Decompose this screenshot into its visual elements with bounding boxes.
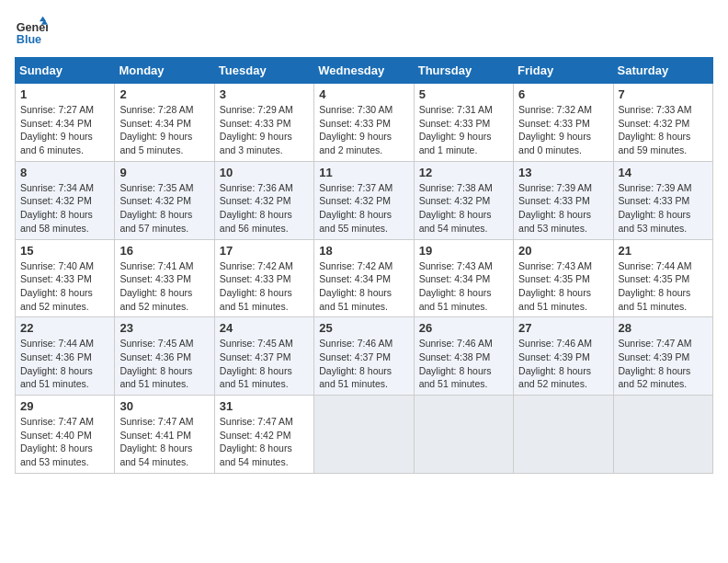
calendar-day-cell: 9Sunrise: 7:35 AMSunset: 4:32 PMDaylight… — [115, 161, 214, 239]
calendar-table: SundayMondayTuesdayWednesdayThursdayFrid… — [15, 57, 713, 474]
day-number: 19 — [419, 244, 508, 258]
calendar-week-row: 15Sunrise: 7:40 AMSunset: 4:33 PMDayligh… — [16, 239, 713, 317]
day-info: Sunrise: 7:40 AMSunset: 4:33 PMDaylight:… — [20, 259, 109, 314]
day-info: Sunrise: 7:31 AMSunset: 4:33 PMDaylight:… — [419, 103, 508, 157]
calendar-day-cell: 8Sunrise: 7:34 AMSunset: 4:32 PMDaylight… — [16, 161, 115, 239]
day-info: Sunrise: 7:41 AMSunset: 4:33 PMDaylight:… — [119, 259, 209, 314]
calendar-day-cell: 11Sunrise: 7:37 AMSunset: 4:32 PMDayligh… — [314, 161, 414, 239]
day-number: 31 — [220, 399, 309, 413]
day-info: Sunrise: 7:43 AMSunset: 4:35 PMDaylight:… — [518, 259, 608, 314]
calendar-day-cell: 31Sunrise: 7:47 AMSunset: 4:42 PMDayligh… — [214, 396, 313, 474]
day-info: Sunrise: 7:35 AMSunset: 4:32 PMDaylight:… — [119, 181, 209, 236]
day-number: 16 — [119, 244, 209, 258]
day-number: 10 — [220, 166, 309, 179]
day-number: 29 — [20, 399, 109, 413]
calendar-day-cell: 15Sunrise: 7:40 AMSunset: 4:33 PMDayligh… — [16, 239, 115, 317]
day-number: 28 — [619, 321, 708, 335]
calendar-header-cell: Monday — [115, 58, 214, 84]
day-info: Sunrise: 7:47 AMSunset: 4:40 PMDaylight:… — [20, 415, 109, 469]
calendar-week-row: 22Sunrise: 7:44 AMSunset: 4:36 PMDayligh… — [16, 317, 713, 396]
day-info: Sunrise: 7:42 AMSunset: 4:34 PMDaylight:… — [319, 259, 408, 314]
logo: General Blue — [15, 15, 48, 48]
day-info: Sunrise: 7:46 AMSunset: 4:39 PMDaylight:… — [518, 337, 608, 391]
day-number: 15 — [20, 244, 109, 258]
calendar-day-cell: 17Sunrise: 7:42 AMSunset: 4:33 PMDayligh… — [214, 239, 313, 317]
day-number: 7 — [619, 87, 708, 101]
day-info: Sunrise: 7:46 AMSunset: 4:38 PMDaylight:… — [419, 337, 508, 391]
day-number: 17 — [220, 244, 309, 258]
svg-marker-2 — [40, 17, 46, 21]
calendar-day-cell: 26Sunrise: 7:46 AMSunset: 4:38 PMDayligh… — [414, 317, 513, 396]
day-info: Sunrise: 7:29 AMSunset: 4:33 PMDaylight:… — [220, 103, 309, 157]
day-number: 14 — [619, 166, 708, 179]
calendar-day-cell: 7Sunrise: 7:33 AMSunset: 4:32 PMDaylight… — [613, 84, 712, 162]
day-info: Sunrise: 7:36 AMSunset: 4:32 PMDaylight:… — [220, 181, 309, 236]
day-info: Sunrise: 7:44 AMSunset: 4:35 PMDaylight:… — [619, 259, 708, 314]
day-number: 30 — [119, 399, 209, 413]
page-header: General Blue — [15, 15, 713, 48]
calendar-week-row: 1Sunrise: 7:27 AMSunset: 4:34 PMDaylight… — [16, 84, 713, 162]
calendar-day-cell: 24Sunrise: 7:45 AMSunset: 4:37 PMDayligh… — [214, 317, 313, 396]
day-number: 3 — [220, 87, 309, 101]
day-number: 12 — [419, 166, 508, 179]
calendar-day-cell — [314, 396, 414, 474]
calendar-day-cell: 29Sunrise: 7:47 AMSunset: 4:40 PMDayligh… — [16, 396, 115, 474]
day-info: Sunrise: 7:47 AMSunset: 4:39 PMDaylight:… — [619, 337, 708, 391]
svg-text:Blue: Blue — [17, 33, 41, 46]
day-number: 1 — [20, 87, 109, 101]
calendar-week-row: 8Sunrise: 7:34 AMSunset: 4:32 PMDaylight… — [16, 161, 713, 239]
day-info: Sunrise: 7:39 AMSunset: 4:33 PMDaylight:… — [619, 181, 708, 236]
day-number: 24 — [220, 321, 309, 335]
day-info: Sunrise: 7:28 AMSunset: 4:34 PMDaylight:… — [119, 103, 209, 157]
day-number: 2 — [119, 87, 209, 101]
logo-icon: General Blue — [15, 15, 48, 48]
calendar-header-cell: Tuesday — [214, 58, 313, 84]
day-number: 21 — [619, 244, 708, 258]
day-info: Sunrise: 7:45 AMSunset: 4:36 PMDaylight:… — [119, 337, 209, 391]
calendar-day-cell: 19Sunrise: 7:43 AMSunset: 4:34 PMDayligh… — [414, 239, 513, 317]
calendar-day-cell: 2Sunrise: 7:28 AMSunset: 4:34 PMDaylight… — [115, 84, 214, 162]
day-number: 8 — [20, 166, 109, 179]
day-info: Sunrise: 7:39 AMSunset: 4:33 PMDaylight:… — [518, 181, 608, 236]
calendar-day-cell: 22Sunrise: 7:44 AMSunset: 4:36 PMDayligh… — [16, 317, 115, 396]
calendar-day-cell — [613, 396, 712, 474]
day-number: 5 — [419, 87, 508, 101]
calendar-day-cell: 23Sunrise: 7:45 AMSunset: 4:36 PMDayligh… — [115, 317, 214, 396]
calendar-day-cell: 18Sunrise: 7:42 AMSunset: 4:34 PMDayligh… — [314, 239, 414, 317]
calendar-day-cell — [514, 396, 613, 474]
day-number: 4 — [319, 87, 408, 101]
day-info: Sunrise: 7:32 AMSunset: 4:33 PMDaylight:… — [518, 103, 608, 157]
day-info: Sunrise: 7:44 AMSunset: 4:36 PMDaylight:… — [20, 337, 109, 391]
calendar-header: SundayMondayTuesdayWednesdayThursdayFrid… — [16, 58, 713, 84]
day-number: 25 — [319, 321, 408, 335]
calendar-day-cell: 3Sunrise: 7:29 AMSunset: 4:33 PMDaylight… — [214, 84, 313, 162]
calendar-day-cell: 4Sunrise: 7:30 AMSunset: 4:33 PMDaylight… — [314, 84, 414, 162]
calendar-day-cell: 13Sunrise: 7:39 AMSunset: 4:33 PMDayligh… — [514, 161, 613, 239]
day-info: Sunrise: 7:45 AMSunset: 4:37 PMDaylight:… — [220, 337, 309, 391]
day-info: Sunrise: 7:43 AMSunset: 4:34 PMDaylight:… — [419, 259, 508, 314]
calendar-header-cell: Thursday — [414, 58, 513, 84]
calendar-day-cell: 10Sunrise: 7:36 AMSunset: 4:32 PMDayligh… — [214, 161, 313, 239]
day-info: Sunrise: 7:30 AMSunset: 4:33 PMDaylight:… — [319, 103, 408, 157]
calendar-day-cell: 30Sunrise: 7:47 AMSunset: 4:41 PMDayligh… — [115, 396, 214, 474]
day-number: 11 — [319, 166, 408, 179]
day-info: Sunrise: 7:42 AMSunset: 4:33 PMDaylight:… — [220, 259, 309, 314]
calendar-day-cell: 28Sunrise: 7:47 AMSunset: 4:39 PMDayligh… — [613, 317, 712, 396]
calendar-day-cell: 6Sunrise: 7:32 AMSunset: 4:33 PMDaylight… — [514, 84, 613, 162]
day-info: Sunrise: 7:33 AMSunset: 4:32 PMDaylight:… — [619, 103, 708, 157]
day-number: 22 — [20, 321, 109, 335]
calendar-header-cell: Sunday — [16, 58, 115, 84]
day-number: 26 — [419, 321, 508, 335]
day-number: 6 — [518, 87, 608, 101]
calendar-day-cell: 20Sunrise: 7:43 AMSunset: 4:35 PMDayligh… — [514, 239, 613, 317]
day-info: Sunrise: 7:27 AMSunset: 4:34 PMDaylight:… — [20, 103, 109, 157]
day-info: Sunrise: 7:47 AMSunset: 4:42 PMDaylight:… — [220, 415, 309, 469]
calendar-day-cell: 14Sunrise: 7:39 AMSunset: 4:33 PMDayligh… — [613, 161, 712, 239]
calendar-header-cell: Saturday — [613, 58, 712, 84]
calendar-day-cell: 25Sunrise: 7:46 AMSunset: 4:37 PMDayligh… — [314, 317, 414, 396]
calendar-header-cell: Friday — [514, 58, 613, 84]
day-number: 18 — [319, 244, 408, 258]
calendar-day-cell: 5Sunrise: 7:31 AMSunset: 4:33 PMDaylight… — [414, 84, 513, 162]
day-info: Sunrise: 7:46 AMSunset: 4:37 PMDaylight:… — [319, 337, 408, 391]
calendar-day-cell: 21Sunrise: 7:44 AMSunset: 4:35 PMDayligh… — [613, 239, 712, 317]
